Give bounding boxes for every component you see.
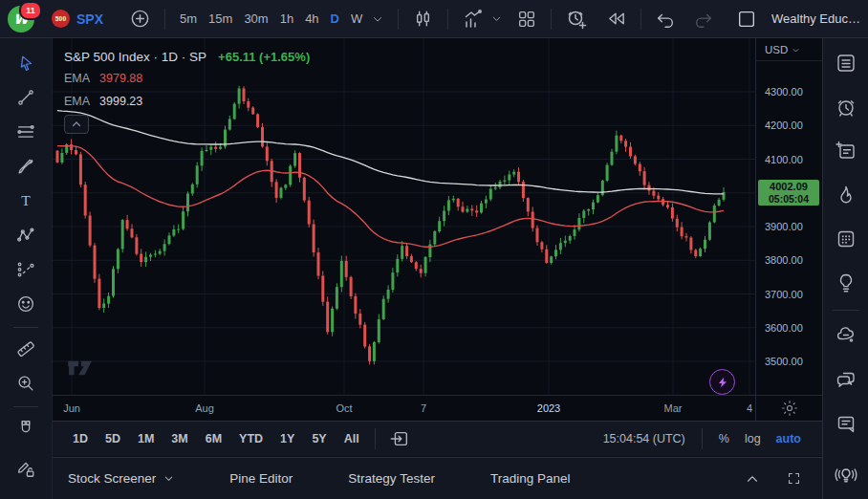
sidebar-dialogs[interactable] <box>829 406 863 441</box>
layout-name-label[interactable]: Wealthy Educ… <box>771 11 860 26</box>
range-button-All[interactable]: All <box>337 428 366 449</box>
app-logo[interactable]: W 11 <box>8 3 40 35</box>
indicators-button[interactable] <box>459 5 488 33</box>
brush-icon <box>15 156 36 177</box>
chevron-down-icon <box>490 12 503 25</box>
tool-cursor[interactable] <box>10 48 42 78</box>
axis-settings-corner[interactable] <box>755 395 822 421</box>
bottom-toolbar: 1D5D1M3M6MYTD1Y5YAll 15:04:54 (UTC) % lo… <box>53 421 822 457</box>
ema-slow-value: 3999.23 <box>99 95 142 108</box>
fib-retracement-icon <box>15 121 36 142</box>
symbol-title[interactable]: S&P 500 Index · 1D · SP <box>64 50 206 64</box>
price-tick-label: 3800.00 <box>765 254 803 266</box>
divider <box>640 9 641 30</box>
tool-lock-drawings[interactable] <box>10 453 42 484</box>
tool-zoom-in[interactable] <box>10 368 42 399</box>
go-to-date-button[interactable] <box>386 425 413 452</box>
chart-style-button[interactable] <box>409 5 437 33</box>
range-button-3M[interactable]: 3M <box>164 428 194 449</box>
interval-button-W[interactable]: W <box>345 8 368 30</box>
notes-plus-icon <box>835 139 857 163</box>
tab-strategy-tester[interactable]: Strategy Tester <box>348 471 435 486</box>
range-button-YTD[interactable]: YTD <box>232 428 270 449</box>
tab-stock-screener[interactable]: Stock Screener <box>68 471 174 486</box>
interval-button-D[interactable]: D <box>325 8 345 30</box>
tool-forecast[interactable] <box>10 254 42 285</box>
sidebar-public-chats[interactable] <box>829 362 863 397</box>
sidebar-calendar[interactable] <box>829 222 863 256</box>
price-tick-label: 4200.00 <box>765 119 803 131</box>
ema-fast-value: 3979.88 <box>99 72 142 85</box>
symbol-button[interactable]: 500 SPX <box>52 10 103 28</box>
time-tick-label: Aug <box>195 402 214 414</box>
log-scale-button[interactable]: log <box>737 432 769 445</box>
panel-expand-button[interactable] <box>741 467 764 490</box>
forecast-icon <box>15 259 36 280</box>
replay-icon <box>605 8 627 30</box>
indicators-expand-button[interactable] <box>488 10 506 28</box>
tool-text[interactable]: T <box>10 185 42 216</box>
zoom-in-icon <box>15 373 36 394</box>
sidebar-news[interactable] <box>829 134 863 168</box>
layout-grid-button[interactable] <box>513 6 540 33</box>
interval-buttons: 5m15m30m1h4hDW <box>174 8 368 30</box>
price-tick-labels: 4300.004200.004100.003900.003800.003700.… <box>756 38 822 395</box>
create-alert-button[interactable] <box>562 5 591 33</box>
tool-ruler[interactable] <box>10 334 42 364</box>
panel-fullscreen-button[interactable] <box>783 467 805 489</box>
clock-utc-button[interactable]: 15:04:54 (UTC) <box>596 432 693 445</box>
intervals-expand-button[interactable] <box>368 10 387 29</box>
sidebar-streams[interactable] <box>829 458 863 492</box>
auto-scale-button[interactable]: auto <box>769 432 809 445</box>
tool-magnet[interactable] <box>10 413 42 444</box>
redo-button[interactable] <box>690 6 717 33</box>
range-button-6M[interactable]: 6M <box>199 428 228 449</box>
sidebar-minds[interactable] <box>829 318 863 353</box>
interval-button-4h[interactable]: 4h <box>299 8 324 30</box>
interval-button-30m[interactable]: 30m <box>238 8 273 30</box>
tool-emoji[interactable] <box>10 289 42 319</box>
layout-square-button[interactable] <box>733 6 760 33</box>
cursor-icon <box>15 53 36 74</box>
last-price: 4002.09 <box>758 181 819 193</box>
chevron-down-icon <box>163 473 174 484</box>
tool-brush[interactable] <box>10 151 42 182</box>
time-tick-label: Oct <box>336 402 352 414</box>
range-button-1M[interactable]: 1M <box>131 428 161 449</box>
bar-replay-button[interactable] <box>602 5 630 33</box>
chevron-up-icon <box>71 119 82 130</box>
range-button-5Y[interactable]: 5Y <box>305 428 333 449</box>
ema-legend-row[interactable]: EMA 3979.88 <box>64 67 310 90</box>
xabcd-pattern-icon <box>15 225 36 246</box>
percent-scale-button[interactable]: % <box>711 432 737 445</box>
range-button-1D[interactable]: 1D <box>66 428 95 449</box>
ema-legend-row[interactable]: EMA 3999.23 <box>64 90 310 113</box>
tool-hidden-partial[interactable] <box>10 493 42 499</box>
sidebar-watchlist[interactable] <box>829 46 863 80</box>
divider <box>13 327 38 328</box>
tool-xabcd-pattern[interactable] <box>10 220 42 250</box>
sidebar-alerts[interactable] <box>829 90 863 124</box>
interval-button-5m[interactable]: 5m <box>174 8 203 30</box>
tab-trading-panel[interactable]: Trading Panel <box>490 471 571 486</box>
lightning-mode-button[interactable] <box>709 369 735 395</box>
sidebar-ideas[interactable] <box>829 266 863 300</box>
tool-fib-retracement[interactable] <box>10 117 42 147</box>
trend-line-icon <box>15 87 36 108</box>
thought-cloud-icon <box>835 323 857 348</box>
range-button-5D[interactable]: 5D <box>98 428 127 449</box>
time-tick-label: Jun <box>63 402 80 414</box>
interval-button-15m[interactable]: 15m <box>203 8 238 30</box>
chart-plot-area[interactable]: S&P 500 Index · 1D · SP +65.11 (+1.65%) … <box>53 38 755 395</box>
legend-collapse-button[interactable] <box>64 115 89 134</box>
interval-button-1h[interactable]: 1h <box>274 8 299 30</box>
range-button-1Y[interactable]: 1Y <box>273 428 301 449</box>
compare-add-button[interactable] <box>126 5 154 33</box>
bulb-rays-icon <box>835 463 857 488</box>
tab-pine-editor[interactable]: Pine Editor <box>229 471 293 486</box>
sidebar-hotlists[interactable] <box>829 178 863 212</box>
price-axis[interactable]: USD 4300.004200.004100.003900.003800.003… <box>755 38 822 395</box>
tool-trend-line[interactable] <box>10 82 42 113</box>
undo-button[interactable] <box>652 6 679 33</box>
time-axis[interactable]: JunAugOct72023Mar4 <box>53 395 755 421</box>
